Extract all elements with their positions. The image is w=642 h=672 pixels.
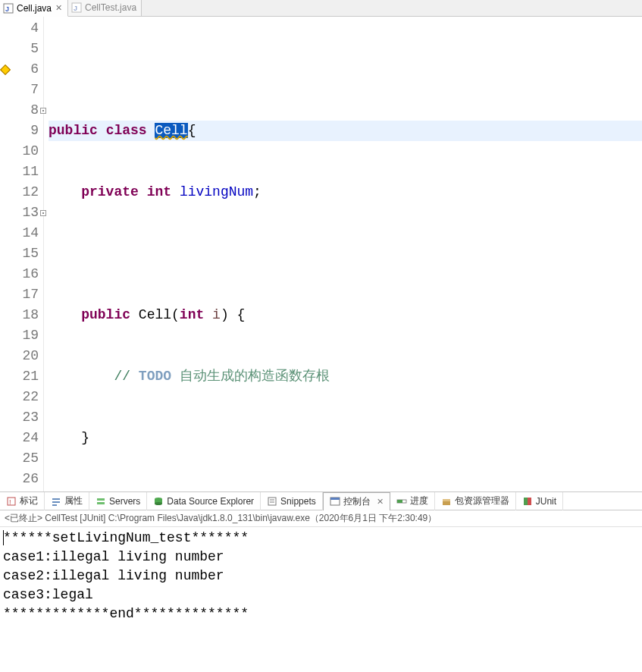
code-line: public Cell(int i) {: [49, 305, 642, 325]
console-line: *************end**************: [3, 606, 249, 621]
view-label: Snippets: [280, 496, 316, 507]
view-tab-progress[interactable]: 进度: [390, 492, 435, 510]
progress-icon: [396, 496, 407, 507]
console-launch-info: <已终止> CellTest [JUnit] C:\Program Files\…: [0, 510, 642, 527]
view-label: Servers: [109, 496, 140, 507]
code-line: // TODO 自动生成的构造函数存根: [49, 366, 642, 387]
warning-marker[interactable]: [0, 59, 11, 80]
view-label: JUnit: [536, 496, 556, 507]
console-output[interactable]: ******setLivingNum_test******* case1:ill…: [0, 527, 642, 625]
svg-text:J: J: [5, 5, 9, 13]
svg-rect-14: [268, 498, 276, 505]
view-label: 进度: [410, 495, 428, 507]
code-editor[interactable]: 4 5 6 7 8 9 10 11 12 13 14 15 16 17 18 1…: [0, 17, 642, 492]
code-area[interactable]: public class Cell{ private int livingNum…: [44, 17, 642, 491]
tab-celltest-java[interactable]: J CellTest.java: [68, 0, 142, 16]
view-label: 包资源管理器: [455, 495, 509, 507]
properties-icon: [51, 496, 61, 507]
junit-icon: [522, 496, 533, 507]
snippets-icon: [267, 496, 277, 507]
views-tabbar: ! 标记 属性 Servers Data Source Explorer Sni…: [0, 492, 642, 510]
console-icon: [330, 496, 340, 507]
editor-tabbar: J Cell.java ✕ J CellTest.java: [0, 0, 642, 17]
svg-rect-10: [97, 502, 105, 504]
svg-text:J: J: [74, 5, 77, 12]
package-icon: [441, 496, 452, 507]
java-file-icon: J: [3, 3, 14, 14]
view-label: 属性: [64, 495, 83, 507]
svg-rect-20: [443, 499, 450, 501]
code-line: [49, 59, 642, 80]
view-label: 控制台: [343, 495, 371, 508]
view-tab-package-explorer[interactable]: 包资源管理器: [435, 492, 516, 510]
tab-label: CellTest.java: [85, 2, 136, 13]
svg-rect-8: [52, 504, 57, 506]
svg-rect-16: [330, 498, 340, 500]
code-line: private int livingNum;: [49, 182, 642, 203]
close-icon[interactable]: ✕: [55, 3, 63, 13]
servers-icon: [96, 496, 106, 507]
svg-point-13: [155, 502, 162, 505]
marker-strip: [0, 17, 11, 491]
svg-rect-6: [52, 498, 60, 500]
console-line: ******setLivingNum_test*******: [3, 530, 249, 545]
svg-text:!: !: [9, 498, 11, 506]
line-number-gutter: 4 5 6 7 8 9 10 11 12 13 14 15 16 17 18 1…: [11, 17, 44, 491]
svg-rect-21: [524, 498, 528, 505]
java-file-icon: J: [71, 2, 82, 13]
view-tab-properties[interactable]: 属性: [45, 492, 89, 510]
close-icon[interactable]: ✕: [377, 497, 384, 507]
code-line: }: [49, 428, 642, 448]
view-label: Data Source Explorer: [167, 496, 254, 507]
markers-icon: !: [6, 496, 17, 507]
code-line: public class Cell{: [49, 121, 642, 141]
svg-rect-7: [52, 501, 60, 503]
view-tab-markers[interactable]: ! 标记: [0, 492, 45, 510]
view-label: 标记: [20, 495, 38, 507]
view-tab-snippets[interactable]: Snippets: [261, 492, 323, 510]
tab-label: Cell.java: [17, 3, 52, 14]
view-tab-servers[interactable]: Servers: [89, 492, 147, 510]
svg-rect-18: [397, 500, 402, 503]
view-tab-datasource[interactable]: Data Source Explorer: [147, 492, 261, 510]
console-line: case1:illegal living number: [3, 549, 224, 564]
code-line: [49, 243, 642, 264]
view-tab-junit[interactable]: JUnit: [516, 492, 563, 510]
console-line: case2:illegal living number: [3, 568, 224, 583]
svg-rect-9: [97, 498, 105, 501]
view-tab-console[interactable]: 控制台 ✕: [323, 492, 390, 510]
tab-cell-java[interactable]: J Cell.java ✕: [0, 0, 68, 17]
svg-rect-22: [528, 498, 531, 505]
database-icon: [153, 496, 164, 507]
console-line: case3:legal: [3, 587, 93, 602]
code-line: [49, 489, 642, 491]
